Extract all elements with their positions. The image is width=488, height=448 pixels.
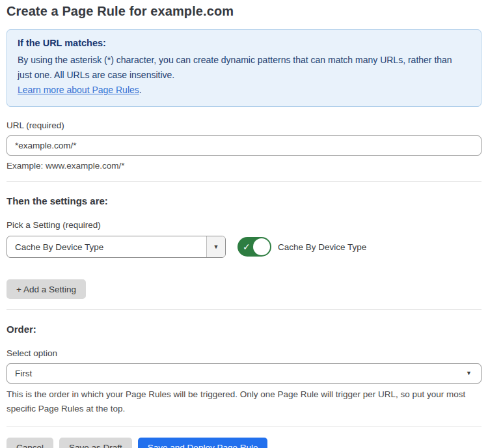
create-page-rule-form: Create a Page Rule for example.com If th… (0, 0, 488, 448)
order-select[interactable]: First ▼ (7, 363, 481, 384)
url-field-helper: Example: www.example.com/* (7, 161, 481, 171)
setting-row: Cache By Device Type ▼ ✓ Cache By Device… (7, 236, 481, 258)
divider (7, 427, 481, 427)
toggle-knob (253, 238, 270, 255)
save-and-deploy-button[interactable]: Save and Deploy Page Rule (138, 438, 268, 448)
order-select-value: First (15, 369, 466, 378)
order-section-heading: Order: (7, 324, 481, 335)
info-box-heading: If the URL matches: (18, 38, 470, 48)
order-helper-text: This is the order in which your Page Rul… (7, 387, 478, 416)
setting-picker-arrow-button[interactable]: ▼ (206, 236, 225, 257)
caret-down-icon: ▼ (213, 244, 219, 250)
setting-picker-dropdown[interactable]: Cache By Device Type ▼ (7, 236, 226, 258)
page-title: Create a Page Rule for example.com (7, 4, 481, 19)
add-setting-button[interactable]: + Add a Setting (7, 279, 86, 299)
check-icon: ✓ (243, 242, 251, 252)
link-period: . (139, 85, 142, 95)
order-select-label: Select option (7, 348, 481, 358)
info-box-body: By using the asterisk (*) character, you… (18, 53, 467, 83)
cancel-button[interactable]: Cancel (7, 438, 53, 448)
divider (7, 181, 481, 182)
url-input[interactable] (7, 135, 481, 156)
learn-more-link[interactable]: Learn more about Page Rules (18, 85, 139, 95)
setting-picker-label: Pick a Setting (required) (7, 220, 481, 230)
divider (7, 309, 481, 310)
url-field-label: URL (required) (7, 120, 481, 130)
url-match-info-box: If the URL matches: By using the asteris… (7, 29, 481, 107)
settings-section-heading: Then the settings are: (7, 195, 481, 206)
setting-picker-value: Cache By Device Type (7, 236, 206, 257)
save-as-draft-button[interactable]: Save as Draft (59, 438, 132, 448)
caret-down-icon: ▼ (466, 371, 472, 376)
footer-actions: Cancel Save as Draft Save and Deploy Pag… (7, 438, 481, 448)
toggle-label: Cache By Device Type (278, 242, 366, 252)
cache-by-device-type-toggle[interactable]: ✓ (237, 237, 271, 257)
info-link-line: Learn more about Page Rules. (18, 83, 470, 98)
